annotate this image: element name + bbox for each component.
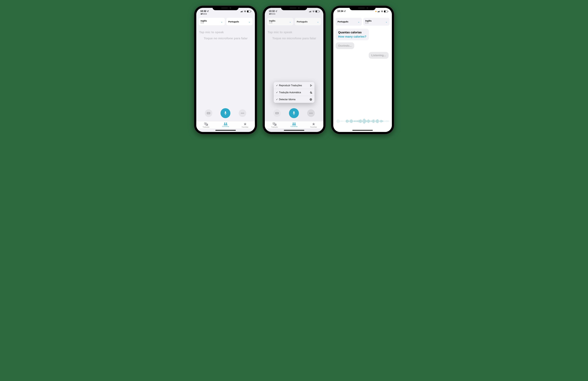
- audio-waveform: [333, 117, 392, 125]
- cellular-icon: [378, 11, 380, 12]
- tab-bar: A文 Tradução Conversa Favoritas: [196, 121, 255, 128]
- screen: 10:34 Português ⌄ Inglês: [333, 8, 392, 132]
- recording-indicator-icon: [375, 11, 377, 12]
- globe-icon: [310, 98, 312, 101]
- wifi-icon: [381, 10, 383, 12]
- target-language-selector[interactable]: Inglês EUA ⌄: [363, 18, 390, 25]
- target-language-selector[interactable]: Português ⌄: [226, 18, 252, 25]
- svg-text:文: 文: [275, 124, 276, 125]
- menu-item-play-translations[interactable]: ✓ Reproduzir Traduções: [274, 82, 315, 89]
- svg-point-15: [311, 93, 312, 93]
- svg-point-30: [294, 123, 295, 124]
- home-indicator[interactable]: [333, 128, 392, 132]
- battery-icon: [384, 10, 388, 12]
- people-icon: [223, 122, 228, 125]
- menu-label: Reproduzir Traduções: [279, 84, 302, 87]
- svg-rect-4: [225, 111, 226, 113]
- more-button[interactable]: [307, 109, 315, 117]
- tab-favorites[interactable]: Favoritas: [308, 122, 319, 128]
- menu-item-detect-language[interactable]: ✓ Detectar Idioma: [274, 96, 315, 103]
- svg-rect-21: [294, 111, 294, 113]
- check-icon: ✓: [276, 98, 278, 101]
- tab-translate[interactable]: A文 Tradução: [200, 122, 212, 128]
- svg-point-18: [276, 113, 276, 113]
- back-to-search[interactable]: ◀ Busca: [200, 13, 209, 15]
- svg-point-7: [243, 113, 244, 114]
- mic-auto-icon: [310, 91, 312, 94]
- microphone-icon: [224, 111, 227, 115]
- people-icon: [292, 122, 296, 125]
- language-selector-row: Português ⌄ Inglês EUA ⌄: [333, 15, 392, 27]
- wifi-icon: [244, 10, 246, 12]
- chevron-down-icon: ⌄: [248, 20, 251, 23]
- source-language-selector[interactable]: Português ⌄: [336, 18, 362, 25]
- microphone-icon: [292, 111, 295, 115]
- tab-translate[interactable]: A文 Tradução: [269, 122, 280, 128]
- svg-point-23: [311, 113, 311, 114]
- keyboard-icon: [275, 112, 279, 114]
- listening-label: Listening...: [371, 54, 386, 57]
- home-indicator[interactable]: [196, 128, 255, 132]
- notch: [349, 6, 376, 10]
- location-icon: [344, 10, 346, 12]
- svg-point-6: [242, 113, 243, 114]
- phone-frame: 10:32 ◀ Busca Inglês EUA ⌄: [194, 6, 257, 134]
- chevron-down-icon: ⌄: [357, 20, 360, 23]
- source-lang-name: Português: [338, 20, 348, 23]
- notch: [212, 6, 239, 10]
- keyboard-button[interactable]: [205, 109, 212, 117]
- conversation-area: Quantas calorias How many calories? Ouvi…: [333, 27, 392, 60]
- back-label: Busca: [202, 13, 207, 15]
- target-lang-name: Português: [228, 20, 239, 23]
- translate-icon: A文: [204, 122, 208, 126]
- menu-item-auto-translate[interactable]: ✓ Tradução Automática: [274, 89, 315, 96]
- controls-row: [196, 107, 255, 121]
- tab-label: Favoritas: [242, 126, 248, 128]
- microphone-button[interactable]: [220, 108, 231, 118]
- svg-rect-14: [310, 91, 311, 93]
- phone-frame: 10:34 Português ⌄ Inglês: [331, 6, 394, 134]
- language-selector-row: Inglês EUA ⌄ Português ⌄: [196, 15, 255, 27]
- tab-conversation[interactable]: Conversa: [220, 122, 231, 128]
- location-icon: [207, 10, 209, 12]
- tab-conversation[interactable]: Conversa: [288, 122, 300, 128]
- status-time: 10:34: [337, 10, 343, 13]
- listening-label: Ouvindo...: [338, 44, 352, 47]
- context-menu: ✓ Reproduzir Traduções ✓ Tradução Automá…: [274, 82, 315, 103]
- cellular-icon: [241, 11, 243, 12]
- menu-label: Detectar Idioma: [279, 98, 295, 101]
- source-text: Quantas calorias: [338, 31, 366, 34]
- listening-bubble-right: Listening...: [369, 52, 389, 59]
- svg-point-19: [277, 113, 277, 113]
- target-lang-name: Inglês: [365, 20, 372, 22]
- translation-bubble[interactable]: Quantas calorias How many calories?: [336, 29, 369, 40]
- svg-point-13: [226, 123, 227, 124]
- svg-point-2: [208, 113, 209, 113]
- microphone-button[interactable]: [289, 108, 299, 118]
- hint-primary: Tap mic to speak: [199, 30, 252, 34]
- svg-point-22: [310, 113, 310, 114]
- hint-secondary: Toque no microfone para falar: [199, 37, 252, 40]
- source-lang-sub: EUA: [201, 22, 207, 24]
- check-icon: ✓: [276, 84, 278, 87]
- source-language-selector[interactable]: Inglês EUA ⌄: [199, 18, 225, 25]
- ellipsis-icon: [309, 113, 313, 114]
- more-button[interactable]: [239, 109, 246, 117]
- svg-text:A: A: [273, 123, 274, 124]
- ellipsis-icon: [241, 113, 244, 114]
- source-lang-name: Inglês: [201, 20, 207, 22]
- star-icon: [243, 122, 247, 126]
- tab-bar: A文 Tradução Conversa Favoritas: [265, 121, 323, 128]
- svg-text:文: 文: [207, 124, 208, 125]
- svg-text:A: A: [205, 123, 206, 124]
- home-indicator[interactable]: [265, 128, 323, 132]
- tab-label: Conversa: [291, 125, 297, 127]
- keyboard-button[interactable]: [273, 109, 281, 117]
- translate-icon: A文: [273, 122, 277, 126]
- tab-label: Conversa: [222, 125, 229, 127]
- svg-point-20: [278, 113, 278, 113]
- play-icon: [310, 84, 312, 87]
- tab-favorites[interactable]: Favoritas: [239, 122, 251, 128]
- target-text: How many calories?: [338, 35, 366, 38]
- controls-row: [265, 107, 323, 121]
